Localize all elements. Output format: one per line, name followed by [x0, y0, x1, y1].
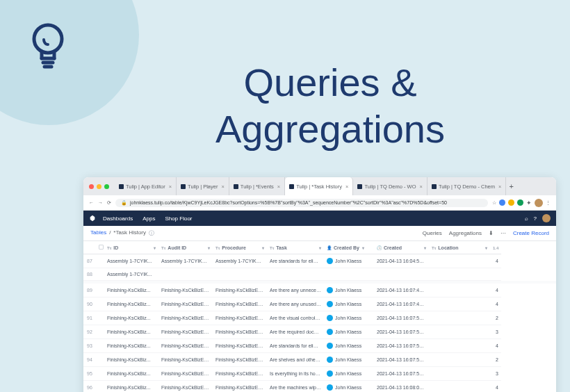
extension-icon[interactable]: [508, 199, 514, 206]
browser-tab[interactable]: Tulip | App Editor×: [115, 177, 177, 195]
nav-dashboards[interactable]: Dashboards: [103, 215, 133, 222]
table-row[interactable]: 93Finishing-KsCkBiz...Finishing-KsCkBizE…: [83, 338, 556, 352]
browser-window: Tulip | App Editor×Tulip | Player×Tulip …: [83, 177, 556, 392]
cell-task: Are standards for elimina...: [267, 338, 324, 352]
help-icon[interactable]: ?: [534, 215, 537, 222]
cell-audit: Finishing-KsCkBizERqkX...: [158, 311, 213, 325]
extension-icon[interactable]: [517, 199, 523, 206]
nav-apps[interactable]: Apps: [142, 215, 155, 222]
reload-icon[interactable]: ⟳: [107, 200, 111, 206]
extension-icon[interactable]: [499, 199, 505, 206]
row-checkbox[interactable]: [96, 297, 104, 311]
table-row[interactable]: 88Assembly 1-7CYIK...: [83, 268, 556, 281]
table-row[interactable]: 92Finishing-KsCkBiz...Finishing-KsCkBizE…: [83, 325, 556, 338]
row-checkbox[interactable]: [96, 254, 104, 268]
breadcrumb: Tables / *Task History ⓘ: [90, 229, 154, 237]
column-header-id[interactable]: TτID▾: [104, 241, 158, 254]
sort-caret-icon[interactable]: ▾: [208, 245, 210, 250]
sort-caret-icon[interactable]: ▾: [424, 245, 426, 250]
new-tab-icon[interactable]: +: [509, 182, 513, 190]
back-icon[interactable]: ←: [89, 200, 94, 206]
column-header-location[interactable]: TτLocation▾: [429, 241, 490, 254]
column-header-created_by[interactable]: 👤Created By▾: [324, 241, 367, 254]
sort-caret-icon[interactable]: ▾: [362, 245, 364, 250]
row-checkbox[interactable]: [96, 352, 104, 366]
close-icon[interactable]: ×: [419, 183, 422, 190]
url-input[interactable]: 🔒 johnklaess.tulip.co/table/KjwC9YjLeKcJ…: [115, 199, 488, 207]
checkbox-header[interactable]: [96, 241, 104, 254]
close-icon[interactable]: ×: [169, 183, 172, 190]
table-row[interactable]: 91Finishing-KsCkBiz...Finishing-KsCkBizE…: [83, 311, 556, 325]
nav-shop floor[interactable]: Shop Floor: [165, 215, 192, 222]
browser-tab[interactable]: Tulip | TQ Demo - Chem×: [427, 177, 507, 195]
sort-caret-icon[interactable]: ▾: [262, 245, 264, 250]
sort-caret-icon[interactable]: ▾: [154, 245, 156, 250]
browser-tab[interactable]: Tulip | *Events×: [229, 177, 285, 195]
close-icon[interactable]: ×: [277, 183, 280, 190]
subnav: Tables / *Task History ⓘ Queries Aggrega…: [83, 226, 556, 241]
user-name: John Klaess: [335, 259, 361, 263]
row-number: 96: [83, 380, 96, 392]
cell-score: 2: [490, 311, 501, 325]
browser-tab[interactable]: Tulip | TQ Demo - WO×: [353, 177, 427, 195]
sort-caret-icon[interactable]: ▾: [485, 245, 487, 250]
row-checkbox[interactable]: [96, 284, 104, 297]
type-icon: Tτ: [107, 246, 111, 250]
column-label: Location: [438, 245, 458, 250]
window-minimize-icon[interactable]: [97, 184, 101, 189]
window-close-icon[interactable]: [89, 184, 94, 189]
row-number: 92: [83, 325, 96, 338]
cell-created: [374, 268, 429, 281]
column-header-score[interactable]: 1.4: [490, 241, 501, 254]
close-icon[interactable]: ×: [498, 183, 501, 190]
sort-caret-icon[interactable]: ▾: [319, 245, 321, 250]
column-header-created[interactable]: 🕓Created▾: [374, 241, 429, 254]
cell-procedure: Finishing-KsCkBizERqkX...: [213, 297, 267, 311]
column-header-task[interactable]: TτTask▾: [267, 241, 324, 254]
cell-task: Are there any unused ma...: [267, 297, 324, 311]
aggregations-link[interactable]: Aggregations: [449, 230, 482, 236]
close-icon[interactable]: ×: [221, 183, 224, 190]
column-header-procedure[interactable]: TτProcedure▾: [213, 241, 267, 254]
cell-created: 2021-04-13 16:07:55 -0...: [374, 338, 429, 352]
cell-user: John Klaess: [324, 380, 367, 392]
table-row[interactable]: 94Finishing-KsCkBiz...Finishing-KsCkBizE…: [83, 352, 556, 366]
table-row[interactable]: 96Finishing-KsCkBiz...Finishing-KsCkBizE…: [83, 380, 556, 392]
cell-created: 2021-04-13 16:08:00 -0...: [374, 380, 429, 392]
row-checkbox[interactable]: [96, 366, 104, 380]
menu-icon[interactable]: ⋮: [546, 200, 551, 206]
forward-icon[interactable]: →: [98, 200, 103, 206]
favicon-icon: [357, 184, 362, 189]
cell-audit: Assembly 1-7CYIKQ4jgY...: [158, 254, 213, 268]
info-icon[interactable]: ⓘ: [149, 229, 154, 237]
create-record-button[interactable]: Create Record: [513, 230, 549, 236]
browser-tab[interactable]: Tulip | *Task History×: [285, 177, 353, 195]
tulip-logo-icon[interactable]: [89, 215, 96, 222]
row-checkbox[interactable]: [96, 311, 104, 325]
window-maximize-icon[interactable]: [104, 184, 109, 189]
table-row[interactable]: 89Finishing-KsCkBiz...Finishing-KsCkBizE…: [83, 284, 556, 297]
cell-procedure: Finishing-KsCkBizERqkX...: [213, 380, 267, 392]
cell-user: John Klaess: [324, 311, 367, 325]
table-row[interactable]: 95Finishing-KsCkBiz...Finishing-KsCkBizE…: [83, 366, 556, 380]
row-checkbox[interactable]: [96, 325, 104, 338]
user-avatar-icon[interactable]: [542, 214, 551, 222]
search-icon[interactable]: ⌕: [525, 215, 528, 222]
row-checkbox[interactable]: [96, 268, 104, 281]
star-icon[interactable]: ☆: [492, 200, 496, 206]
browser-tab[interactable]: Tulip | Player×: [177, 177, 229, 195]
profile-avatar-icon[interactable]: [535, 199, 543, 207]
breadcrumb-tables[interactable]: Tables: [90, 229, 106, 237]
close-icon[interactable]: ×: [345, 183, 348, 190]
more-options-icon[interactable]: ⋯: [500, 230, 506, 236]
plus-icon[interactable]: ✦: [526, 199, 532, 206]
row-checkbox[interactable]: [96, 338, 104, 352]
table-row[interactable]: 90Finishing-KsCkBiz...Finishing-KsCkBizE…: [83, 297, 556, 311]
cell-procedure: Finishing-KsCkBizERqkX...: [213, 325, 267, 338]
download-icon[interactable]: ⬇: [489, 230, 494, 236]
table-row[interactable]: 87Assembly 1-7CYIK...Assembly 1-7CYIKQ4j…: [83, 254, 556, 268]
row-checkbox[interactable]: [96, 380, 104, 392]
column-header-audit[interactable]: TτAudit ID▾: [158, 241, 213, 254]
queries-link[interactable]: Queries: [423, 230, 442, 236]
cell-id: Assembly 1-7CYIK...: [104, 268, 158, 281]
